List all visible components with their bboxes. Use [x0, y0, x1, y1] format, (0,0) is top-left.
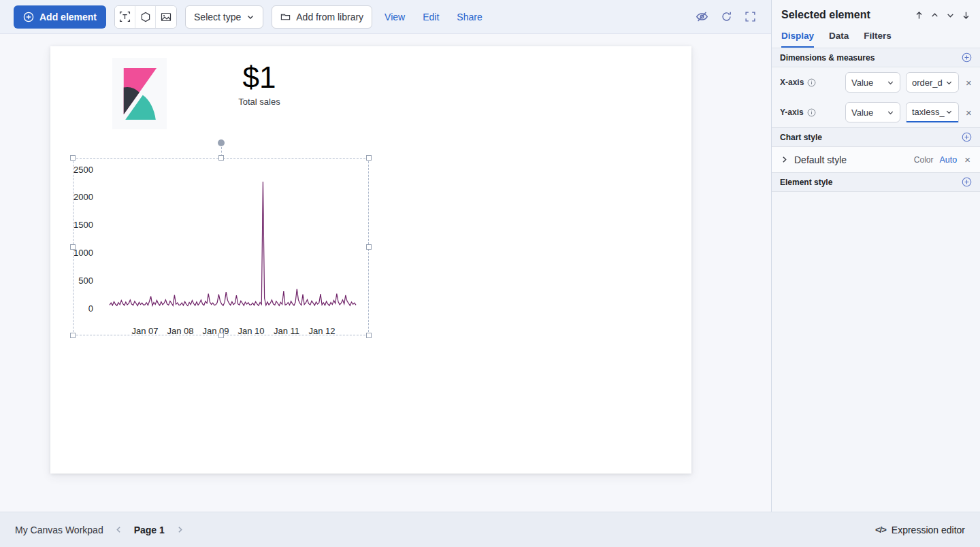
y-axis-field-select[interactable]: taxless_: [906, 102, 959, 122]
add-shape-button[interactable]: [135, 6, 156, 28]
x-axis-arg-select[interactable]: Value: [845, 72, 900, 93]
svg-text:2000: 2000: [74, 192, 93, 202]
fullscreen-button[interactable]: [745, 11, 756, 22]
color-label: Color: [914, 155, 934, 165]
resize-handle-top-left[interactable]: [70, 155, 76, 161]
remove-x-axis-button[interactable]: ×: [964, 76, 973, 89]
add-element-button[interactable]: Add element: [14, 5, 106, 29]
tab-filters[interactable]: Filters: [864, 31, 892, 48]
remove-style-button[interactable]: ×: [963, 153, 972, 166]
add-from-library-button[interactable]: Add from library: [272, 5, 372, 29]
page-indicator[interactable]: Page 1: [134, 525, 165, 535]
eye-slash-icon: [696, 10, 708, 23]
color-auto-link[interactable]: Auto: [940, 155, 958, 165]
svg-text:Jan 07: Jan 07: [131, 326, 158, 335]
svg-text:Jan 08: Jan 08: [167, 326, 193, 335]
add-dimension-button[interactable]: [962, 52, 972, 63]
add-text-button[interactable]: [115, 6, 135, 28]
x-axis-field-select[interactable]: order_d: [906, 72, 959, 93]
y-axis-field-value: taxless_: [912, 107, 945, 117]
y-axis-row: Y-axis Value taxless_ ×: [772, 97, 980, 127]
toolbar-menus: View Edit Share: [385, 12, 483, 22]
resize-handle-top-center[interactable]: [218, 155, 224, 161]
chevron-left-icon: [114, 525, 123, 534]
add-image-button[interactable]: [156, 6, 176, 28]
folder-icon: [280, 12, 291, 22]
tab-data[interactable]: Data: [829, 31, 849, 48]
add-chart-style-button[interactable]: [962, 132, 972, 142]
svg-text:2500: 2500: [74, 165, 93, 175]
tab-display[interactable]: Display: [781, 31, 814, 48]
chevron-down-icon: [887, 109, 894, 116]
hide-editing-controls-button[interactable]: [696, 10, 708, 23]
arrow-top-icon: [915, 11, 924, 20]
share-menu[interactable]: Share: [457, 12, 482, 22]
resize-handle-bottom-left[interactable]: [70, 333, 76, 338]
svg-text:500: 500: [78, 276, 93, 286]
move-to-bottom-button[interactable]: [962, 11, 970, 20]
chevron-right-icon: [176, 525, 184, 534]
svg-text:0: 0: [88, 303, 93, 314]
plus-in-circle-icon: [962, 177, 972, 187]
resize-handle-mid-left[interactable]: [70, 244, 76, 250]
metric-element[interactable]: $1 Total sales: [205, 62, 314, 107]
add-element-style-button[interactable]: [962, 177, 972, 187]
move-down-button[interactable]: [946, 11, 955, 20]
sidebar-header: Selected element: [772, 0, 980, 27]
svg-text:1000: 1000: [74, 248, 93, 258]
previous-page-button[interactable]: [114, 525, 123, 534]
chevron-up-icon: [930, 11, 939, 20]
chevron-down-icon: [246, 13, 255, 21]
dimensions-title: Dimensions & measures: [780, 53, 875, 63]
top-toolbar: Add element: [0, 0, 771, 34]
resize-handle-top-right[interactable]: [366, 155, 372, 161]
next-page-button[interactable]: [176, 525, 184, 534]
chevron-down-icon: [945, 108, 953, 116]
quick-create-group: [114, 5, 177, 29]
expression-editor-toggle[interactable]: </> Expression editor: [875, 525, 965, 535]
refresh-icon: [721, 11, 732, 22]
arrow-bottom-icon: [962, 11, 970, 20]
resize-handle-mid-right[interactable]: [366, 244, 372, 250]
plus-in-circle-icon: [962, 132, 972, 142]
view-menu[interactable]: View: [385, 12, 405, 22]
workpad-name[interactable]: My Canvas Workpad: [15, 525, 103, 535]
sales-line-chart: 05001000150020002500Jan 07Jan 08Jan 09Ja…: [73, 158, 369, 335]
accordion-chevron-button[interactable]: [780, 155, 789, 164]
remove-y-axis-button[interactable]: ×: [964, 106, 973, 119]
select-type-dropdown[interactable]: Select type: [185, 5, 263, 29]
sidebar-selected-element: Selected element Display Data Filters: [771, 0, 980, 512]
select-type-label: Select type: [194, 12, 241, 22]
footer-left-group: My Canvas Workpad Page 1: [15, 525, 184, 535]
rotate-handle[interactable]: [218, 139, 225, 146]
move-to-top-button[interactable]: [915, 11, 924, 20]
refresh-button[interactable]: [721, 11, 732, 22]
toolbar-right-group: [696, 10, 760, 23]
sidebar-title: Selected element: [781, 9, 870, 21]
add-from-library-label: Add from library: [296, 12, 363, 22]
y-axis-arg-select[interactable]: Value: [845, 102, 900, 122]
y-axis-arg-value: Value: [851, 107, 873, 118]
x-axis-field-value: order_d: [912, 78, 943, 88]
resize-handle-bottom-center[interactable]: [218, 333, 224, 338]
info-icon: [807, 108, 816, 117]
canvas-workspace[interactable]: $1 Total sales 05001000150020002500Jan 0…: [0, 34, 771, 512]
edit-menu[interactable]: Edit: [423, 12, 439, 22]
footer-bar: My Canvas Workpad Page 1 </> Expression …: [0, 512, 980, 547]
kibana-logo-icon: [118, 68, 161, 120]
image-element[interactable]: [112, 58, 167, 129]
metric-value: $1: [205, 62, 314, 93]
dimensions-section-header: Dimensions & measures: [772, 48, 980, 67]
svg-text:1500: 1500: [74, 220, 93, 230]
fullscreen-icon: [745, 11, 756, 22]
svg-text:Jan 12: Jan 12: [308, 326, 335, 335]
chart-element-selected[interactable]: 05001000150020002500Jan 07Jan 08Jan 09Ja…: [73, 158, 369, 335]
move-up-button[interactable]: [930, 11, 939, 20]
chevron-down-icon: [887, 79, 894, 86]
svg-text:Jan 11: Jan 11: [274, 326, 299, 335]
workpad-page[interactable]: $1 Total sales 05001000150020002500Jan 0…: [50, 46, 691, 474]
x-axis-arg-value: Value: [851, 78, 873, 88]
y-axis-label-group: Y-axis: [780, 107, 840, 117]
resize-handle-bottom-right[interactable]: [366, 333, 372, 338]
x-axis-label: X-axis: [780, 78, 804, 87]
